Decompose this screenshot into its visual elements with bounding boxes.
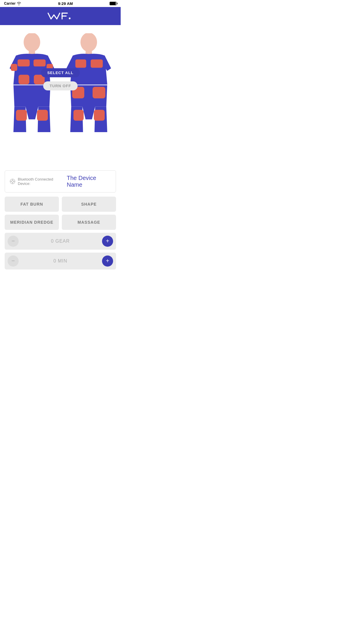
gear-minus-button[interactable]: − xyxy=(5,233,22,250)
svg-point-3 xyxy=(69,18,71,19)
device-bar: Bluetooth Connected Device: The Device N… xyxy=(5,170,116,192)
center-buttons[interactable]: SELECT ALL TURN OFF xyxy=(41,68,80,90)
svg-rect-14 xyxy=(37,110,48,121)
front-body-svg xyxy=(6,33,57,161)
bluetooth-label: Bluetooth Connected Device: xyxy=(18,177,64,186)
back-body-svg xyxy=(63,33,114,161)
min-plus-button[interactable]: + xyxy=(99,253,116,270)
gear-plus-button[interactable]: + xyxy=(99,233,116,250)
min-increment-btn[interactable]: + xyxy=(102,256,113,267)
wifi-icon xyxy=(17,2,21,5)
min-minus-button[interactable]: − xyxy=(5,253,22,270)
bodies-container: SELECT ALL TURN OFF xyxy=(6,33,114,161)
status-time: 9:29 AM xyxy=(58,1,73,6)
gear-control-row: − 0 GEAR + xyxy=(5,233,116,250)
bluetooth-icon xyxy=(10,178,15,184)
turn-off-button[interactable]: TURN OFF xyxy=(43,81,78,90)
app-header xyxy=(0,7,121,25)
fat-burn-button[interactable]: FAT BURN xyxy=(5,197,59,212)
min-label: 0 MIN xyxy=(22,258,99,264)
gear-label: 0 GEAR xyxy=(22,239,99,244)
carrier-info: Carrier xyxy=(4,1,21,6)
svg-rect-9 xyxy=(11,64,17,71)
svg-point-15 xyxy=(80,33,97,52)
svg-rect-13 xyxy=(16,110,27,121)
svg-point-25 xyxy=(12,180,14,182)
svg-rect-18 xyxy=(75,60,86,68)
min-control-row: − 0 MIN + xyxy=(5,253,116,270)
shape-button[interactable]: SHAPE xyxy=(62,197,116,212)
gear-decrement-btn[interactable]: − xyxy=(8,236,19,247)
status-bar: Carrier 9:29 AM xyxy=(0,0,121,7)
body-diagram-area: SELECT ALL TURN OFF xyxy=(0,25,121,167)
svg-rect-11 xyxy=(19,75,29,84)
svg-rect-19 xyxy=(91,60,103,68)
svg-rect-7 xyxy=(17,60,30,66)
svg-rect-23 xyxy=(94,110,105,121)
massage-button[interactable]: MASSAGE xyxy=(62,215,116,230)
battery-icon xyxy=(110,2,117,5)
carrier-text: Carrier xyxy=(4,1,15,6)
bottom-section: Bluetooth Connected Device: The Device N… xyxy=(0,167,121,276)
min-decrement-btn[interactable]: − xyxy=(8,256,19,267)
mode-buttons-grid: FAT BURN SHAPE MERIDIAN DREDGE MASSAGE xyxy=(5,197,116,230)
svg-rect-8 xyxy=(34,60,46,66)
gear-increment-btn[interactable]: + xyxy=(102,236,113,247)
svg-point-4 xyxy=(24,33,40,52)
meridian-dredge-button[interactable]: MERIDIAN DREDGE xyxy=(5,215,59,230)
svg-rect-22 xyxy=(73,110,84,121)
device-name: The Device Name xyxy=(67,175,111,188)
svg-rect-21 xyxy=(93,87,106,98)
select-all-button[interactable]: SELECT ALL xyxy=(41,68,80,77)
